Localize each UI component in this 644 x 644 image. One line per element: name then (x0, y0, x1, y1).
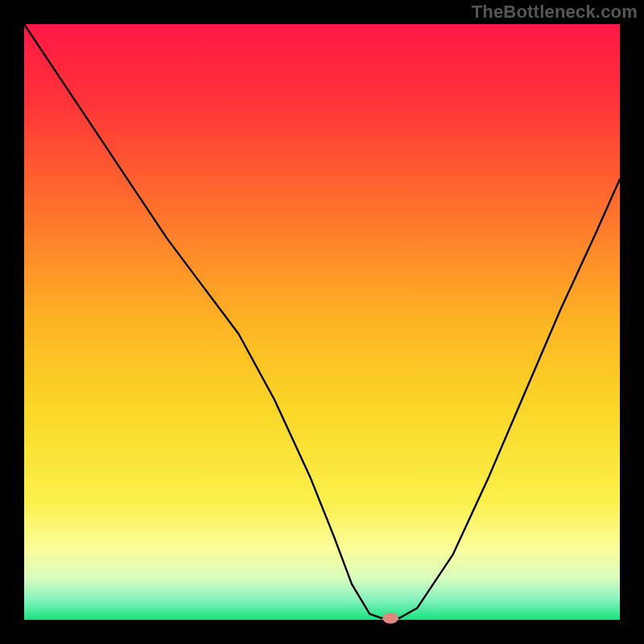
chart-root: TheBottleneck.com (0, 0, 644, 644)
watermark-text: TheBottleneck.com (472, 2, 638, 23)
optimal-point-marker (382, 613, 398, 624)
chart-gradient-bg (24, 24, 620, 620)
bottleneck-chart (0, 0, 644, 644)
